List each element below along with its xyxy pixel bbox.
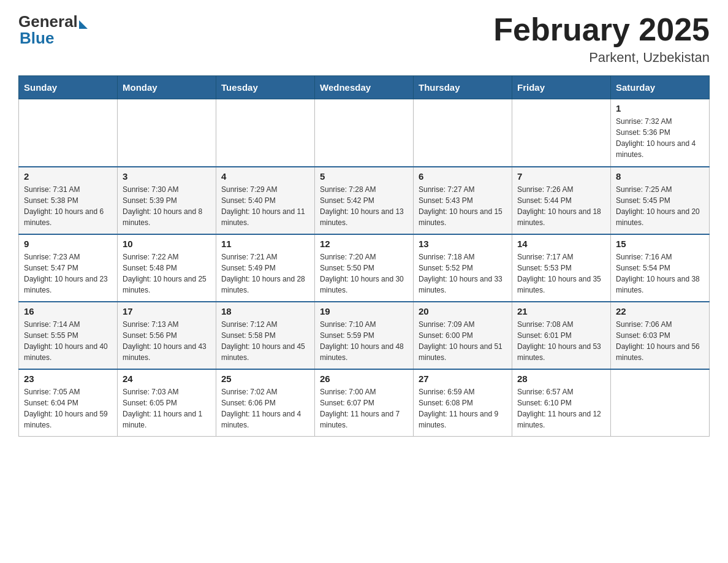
table-row: 1Sunrise: 7:32 AM Sunset: 5:36 PM Daylig… xyxy=(611,99,710,167)
calendar-row: 16Sunrise: 7:14 AM Sunset: 5:55 PM Dayli… xyxy=(19,302,710,369)
day-number: 2 xyxy=(24,171,112,182)
page-header: General Blue February 2025 Parkent, Uzbe… xyxy=(18,12,710,66)
day-number: 4 xyxy=(221,171,309,182)
day-info: Sunrise: 7:29 AM Sunset: 5:40 PM Dayligh… xyxy=(221,184,309,228)
day-info: Sunrise: 7:09 AM Sunset: 6:00 PM Dayligh… xyxy=(419,319,507,363)
table-row: 23Sunrise: 7:05 AM Sunset: 6:04 PM Dayli… xyxy=(19,369,118,437)
day-info: Sunrise: 7:13 AM Sunset: 5:56 PM Dayligh… xyxy=(123,319,211,363)
table-row: 17Sunrise: 7:13 AM Sunset: 5:56 PM Dayli… xyxy=(118,302,216,369)
table-row xyxy=(19,99,118,167)
day-info: Sunrise: 7:06 AM Sunset: 6:03 PM Dayligh… xyxy=(616,319,704,363)
day-number: 11 xyxy=(221,239,309,249)
day-info: Sunrise: 7:17 AM Sunset: 5:53 PM Dayligh… xyxy=(517,251,605,296)
day-info: Sunrise: 7:20 AM Sunset: 5:50 PM Dayligh… xyxy=(320,251,408,296)
table-row: 20Sunrise: 7:09 AM Sunset: 6:00 PM Dayli… xyxy=(414,302,512,369)
table-row xyxy=(216,99,315,167)
day-number: 20 xyxy=(419,306,507,316)
table-row: 14Sunrise: 7:17 AM Sunset: 5:53 PM Dayli… xyxy=(512,234,611,302)
table-row: 10Sunrise: 7:22 AM Sunset: 5:48 PM Dayli… xyxy=(118,234,216,302)
day-info: Sunrise: 6:57 AM Sunset: 6:10 PM Dayligh… xyxy=(517,386,605,431)
calendar-table: Sunday Monday Tuesday Wednesday Thursday… xyxy=(18,75,710,437)
table-row: 19Sunrise: 7:10 AM Sunset: 5:59 PM Dayli… xyxy=(315,302,414,369)
day-info: Sunrise: 7:12 AM Sunset: 5:58 PM Dayligh… xyxy=(221,319,309,363)
table-row xyxy=(414,99,512,167)
day-info: Sunrise: 7:32 AM Sunset: 5:36 PM Dayligh… xyxy=(616,116,704,160)
calendar-row: 9Sunrise: 7:23 AM Sunset: 5:47 PM Daylig… xyxy=(19,234,710,302)
calendar-row: 1Sunrise: 7:32 AM Sunset: 5:36 PM Daylig… xyxy=(19,99,710,167)
logo: General Blue xyxy=(18,12,88,48)
day-number: 21 xyxy=(517,306,605,316)
day-number: 13 xyxy=(419,239,507,249)
day-number: 8 xyxy=(616,171,704,182)
day-number: 16 xyxy=(24,306,112,316)
day-number: 22 xyxy=(616,306,704,316)
day-info: Sunrise: 7:25 AM Sunset: 5:45 PM Dayligh… xyxy=(616,184,704,228)
table-row: 11Sunrise: 7:21 AM Sunset: 5:49 PM Dayli… xyxy=(216,234,315,302)
header-thursday: Thursday xyxy=(414,76,512,99)
day-number: 9 xyxy=(24,239,112,249)
table-row: 16Sunrise: 7:14 AM Sunset: 5:55 PM Dayli… xyxy=(19,302,118,369)
day-number: 10 xyxy=(123,239,211,249)
day-number: 24 xyxy=(123,373,211,384)
day-number: 6 xyxy=(419,171,507,182)
table-row: 3Sunrise: 7:30 AM Sunset: 5:39 PM Daylig… xyxy=(118,167,216,234)
table-row: 18Sunrise: 7:12 AM Sunset: 5:58 PM Dayli… xyxy=(216,302,315,369)
day-number: 28 xyxy=(517,373,605,384)
table-row: 6Sunrise: 7:27 AM Sunset: 5:43 PM Daylig… xyxy=(414,167,512,234)
day-info: Sunrise: 7:28 AM Sunset: 5:42 PM Dayligh… xyxy=(320,184,408,228)
day-info: Sunrise: 7:31 AM Sunset: 5:38 PM Dayligh… xyxy=(24,184,112,228)
day-number: 18 xyxy=(221,306,309,316)
day-info: Sunrise: 7:16 AM Sunset: 5:54 PM Dayligh… xyxy=(616,251,704,296)
table-row: 26Sunrise: 7:00 AM Sunset: 6:07 PM Dayli… xyxy=(315,369,414,437)
table-row: 22Sunrise: 7:06 AM Sunset: 6:03 PM Dayli… xyxy=(611,302,710,369)
day-info: Sunrise: 7:14 AM Sunset: 5:55 PM Dayligh… xyxy=(24,319,112,363)
header-monday: Monday xyxy=(118,76,216,99)
table-row: 9Sunrise: 7:23 AM Sunset: 5:47 PM Daylig… xyxy=(19,234,118,302)
table-row xyxy=(118,99,216,167)
day-info: Sunrise: 7:30 AM Sunset: 5:39 PM Dayligh… xyxy=(123,184,211,228)
day-number: 25 xyxy=(221,373,309,384)
day-number: 19 xyxy=(320,306,408,316)
header-sunday: Sunday xyxy=(19,76,118,99)
day-info: Sunrise: 6:59 AM Sunset: 6:08 PM Dayligh… xyxy=(419,386,507,431)
table-row: 21Sunrise: 7:08 AM Sunset: 6:01 PM Dayli… xyxy=(512,302,611,369)
header-tuesday: Tuesday xyxy=(216,76,315,99)
day-info: Sunrise: 7:03 AM Sunset: 6:05 PM Dayligh… xyxy=(123,386,211,431)
day-number: 14 xyxy=(517,239,605,249)
title-section: February 2025 Parkent, Uzbekistan xyxy=(493,12,710,66)
table-row: 2Sunrise: 7:31 AM Sunset: 5:38 PM Daylig… xyxy=(19,167,118,234)
day-info: Sunrise: 7:02 AM Sunset: 6:06 PM Dayligh… xyxy=(221,386,309,431)
day-info: Sunrise: 7:18 AM Sunset: 5:52 PM Dayligh… xyxy=(419,251,507,296)
day-info: Sunrise: 7:26 AM Sunset: 5:44 PM Dayligh… xyxy=(517,184,605,228)
calendar-title: February 2025 xyxy=(493,12,710,47)
table-row: 28Sunrise: 6:57 AM Sunset: 6:10 PM Dayli… xyxy=(512,369,611,437)
day-number: 15 xyxy=(616,239,704,249)
table-row: 7Sunrise: 7:26 AM Sunset: 5:44 PM Daylig… xyxy=(512,167,611,234)
header-saturday: Saturday xyxy=(611,76,710,99)
calendar-row: 23Sunrise: 7:05 AM Sunset: 6:04 PM Dayli… xyxy=(19,369,710,437)
day-info: Sunrise: 7:08 AM Sunset: 6:01 PM Dayligh… xyxy=(517,319,605,363)
day-number: 7 xyxy=(517,171,605,182)
table-row xyxy=(512,99,611,167)
calendar-subtitle: Parkent, Uzbekistan xyxy=(493,50,710,66)
day-number: 26 xyxy=(320,373,408,384)
day-info: Sunrise: 7:10 AM Sunset: 5:59 PM Dayligh… xyxy=(320,319,408,363)
table-row: 15Sunrise: 7:16 AM Sunset: 5:54 PM Dayli… xyxy=(611,234,710,302)
table-row xyxy=(315,99,414,167)
day-number: 1 xyxy=(616,103,704,113)
day-info: Sunrise: 7:27 AM Sunset: 5:43 PM Dayligh… xyxy=(419,184,507,228)
day-info: Sunrise: 7:22 AM Sunset: 5:48 PM Dayligh… xyxy=(123,251,211,296)
table-row: 13Sunrise: 7:18 AM Sunset: 5:52 PM Dayli… xyxy=(414,234,512,302)
table-row: 4Sunrise: 7:29 AM Sunset: 5:40 PM Daylig… xyxy=(216,167,315,234)
day-number: 27 xyxy=(419,373,507,384)
weekday-header-row: Sunday Monday Tuesday Wednesday Thursday… xyxy=(19,76,710,99)
table-row: 12Sunrise: 7:20 AM Sunset: 5:50 PM Dayli… xyxy=(315,234,414,302)
header-friday: Friday xyxy=(512,76,611,99)
day-number: 3 xyxy=(123,171,211,182)
day-info: Sunrise: 7:23 AM Sunset: 5:47 PM Dayligh… xyxy=(24,251,112,296)
day-info: Sunrise: 7:21 AM Sunset: 5:49 PM Dayligh… xyxy=(221,251,309,296)
table-row: 24Sunrise: 7:03 AM Sunset: 6:05 PM Dayli… xyxy=(118,369,216,437)
table-row: 27Sunrise: 6:59 AM Sunset: 6:08 PM Dayli… xyxy=(414,369,512,437)
logo-arrow-icon xyxy=(79,20,88,29)
table-row: 5Sunrise: 7:28 AM Sunset: 5:42 PM Daylig… xyxy=(315,167,414,234)
